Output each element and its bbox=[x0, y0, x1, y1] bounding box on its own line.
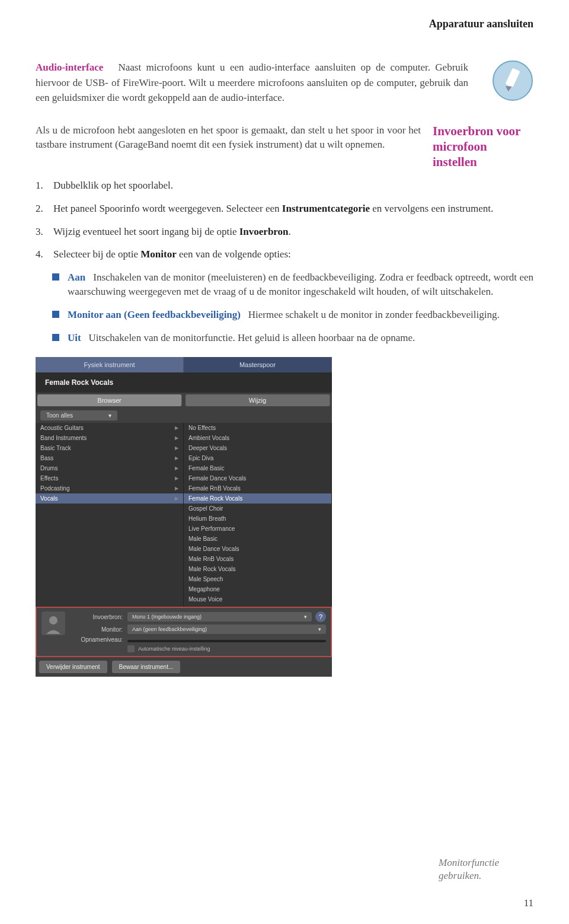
instrument-row[interactable]: Male Dance Vocals bbox=[184, 544, 331, 554]
side-heading: Invoerbron voor microfoon instellen bbox=[433, 123, 533, 170]
step-body: Dubbelklik op het spoorlabel. bbox=[53, 179, 533, 193]
save-instrument-button[interactable]: Bewaar instrument... bbox=[112, 661, 181, 673]
option-uit: Uit Uitschakelen van de monitorfunctie. … bbox=[52, 331, 533, 346]
instrument-row[interactable]: Female RnB Vocals bbox=[184, 483, 331, 493]
figure-caption: Monitorfunctie gebruiken. bbox=[439, 856, 533, 882]
instrument-column: No EffectsAmbient VocalsDeeper VocalsEpi… bbox=[184, 423, 332, 607]
step-1: 1. Dubbelklik op het spoorlabel. bbox=[36, 179, 533, 193]
page-header: Apparatuur aansluiten bbox=[36, 18, 533, 30]
auto-level-checkbox[interactable] bbox=[127, 645, 135, 652]
pencil-note-icon bbox=[492, 60, 533, 101]
instrument-row[interactable]: Helium Breath bbox=[184, 514, 331, 524]
filter-row: Toon alles ▾ bbox=[36, 408, 332, 423]
auto-level-label: Automatische niveau-instelling bbox=[138, 646, 210, 652]
instrument-row[interactable]: Male Rock Vocals bbox=[184, 564, 331, 574]
instrument-row[interactable]: Male Speech bbox=[184, 574, 331, 584]
instrument-row[interactable]: Live Performance bbox=[184, 524, 331, 534]
step-number: 1. bbox=[36, 179, 53, 193]
step-number: 4. bbox=[36, 247, 53, 262]
delete-instrument-button[interactable]: Verwijder instrument bbox=[39, 661, 107, 673]
instrument-row[interactable]: Ambient Vocals bbox=[184, 433, 331, 443]
page-number: 11 bbox=[524, 897, 533, 909]
intro-term: Audio-interface bbox=[36, 62, 103, 73]
instrument-avatar-icon bbox=[41, 611, 65, 635]
category-row[interactable]: Acoustic Guitars▶ bbox=[36, 423, 183, 433]
opnameniveau-field: Opnameniveau: bbox=[71, 636, 326, 643]
monitor-label: Monitor: bbox=[71, 626, 127, 633]
instrument-row[interactable]: Male RnB Vocals bbox=[184, 554, 331, 564]
instrument-row[interactable]: Male Basic bbox=[184, 534, 331, 544]
category-row[interactable]: Effects▶ bbox=[36, 473, 183, 483]
square-bullet-icon bbox=[52, 311, 59, 318]
auto-level-row: Automatische niveau-instelling bbox=[127, 645, 326, 652]
instrument-row[interactable]: No Effects bbox=[184, 423, 331, 433]
option-monitor-aan: Monitor aan (Geen feedbackbeveiliging) H… bbox=[52, 308, 533, 323]
instrument-row[interactable]: Female Rock Vocals bbox=[184, 493, 331, 504]
option-aan: Aan Inschakelen van de monitor (meeluist… bbox=[52, 270, 533, 299]
numbered-list: 1. Dubbelklik op het spoorlabel. 2. Het … bbox=[36, 179, 533, 262]
instrument-row[interactable]: Epic Diva bbox=[184, 453, 331, 463]
intro-text: Audio-interface Naast microfoons kunt u … bbox=[36, 60, 468, 106]
step-number: 3. bbox=[36, 225, 53, 240]
svg-point-3 bbox=[49, 616, 57, 625]
invoerbron-label: Invoerbron: bbox=[71, 614, 127, 620]
instrument-row[interactable]: Gospel Choir bbox=[184, 504, 331, 514]
instrument-title: Female Rock Vocals bbox=[36, 372, 332, 393]
tab-masterspoor[interactable]: Masterspoor bbox=[184, 357, 332, 372]
step-2: 2. Het paneel Spoorinfo wordt weergegeve… bbox=[36, 202, 533, 216]
option-body: Uit Uitschakelen van de monitorfunctie. … bbox=[68, 331, 533, 346]
sub-tabs: Browser Wijzig bbox=[36, 393, 332, 408]
square-bullet-icon bbox=[52, 273, 59, 281]
option-list: Aan Inschakelen van de monitor (meeluist… bbox=[52, 270, 533, 346]
instrument-row[interactable]: Megaphone bbox=[184, 584, 331, 594]
option-body: Aan Inschakelen van de monitor (meeluist… bbox=[68, 270, 533, 299]
category-row[interactable]: Vocals▶ bbox=[36, 493, 183, 504]
category-column: Acoustic Guitars▶Band Instruments▶Basic … bbox=[36, 423, 184, 607]
option-body: Monitor aan (Geen feedbackbeveiliging) H… bbox=[68, 308, 533, 323]
invoerbron-dropdown[interactable]: Mono 1 (Ingebouwde ingang)▾ bbox=[127, 612, 312, 622]
category-row[interactable]: Bass▶ bbox=[36, 453, 183, 463]
help-icon[interactable]: ? bbox=[315, 611, 326, 622]
invoerbron-field: Invoerbron: Mono 1 (Ingebouwde ingang)▾ … bbox=[71, 611, 326, 622]
spoorinfo-panel: Fysiek instrument Masterspoor Female Roc… bbox=[36, 357, 332, 677]
monitor-dropdown[interactable]: Aan (geen feedbackbeveiliging)▾ bbox=[127, 625, 326, 634]
chevron-down-icon: ▾ bbox=[318, 626, 321, 632]
subtab-browser[interactable]: Browser bbox=[37, 394, 182, 406]
instrument-row[interactable]: Pop Vocals bbox=[184, 604, 331, 607]
filter-dropdown[interactable]: Toon alles ▾ bbox=[40, 410, 117, 420]
chevron-down-icon: ▾ bbox=[108, 412, 111, 419]
category-row[interactable]: Basic Track▶ bbox=[36, 443, 183, 453]
bottom-buttons: Verwijder instrument Bewaar instrument..… bbox=[36, 657, 332, 677]
instrument-row[interactable]: Female Basic bbox=[184, 463, 331, 473]
opnameniveau-slider[interactable] bbox=[127, 640, 326, 642]
chevron-down-icon: ▾ bbox=[304, 614, 307, 620]
step-body: Het paneel Spoorinfo wordt weergegeven. … bbox=[53, 202, 533, 216]
step-body: Selecteer bij de optie Monitor een van d… bbox=[53, 247, 533, 262]
category-row[interactable]: Drums▶ bbox=[36, 463, 183, 473]
tab-fysiek-instrument[interactable]: Fysiek instrument bbox=[36, 357, 184, 372]
subtab-wijzig[interactable]: Wijzig bbox=[186, 394, 330, 406]
top-tabs: Fysiek instrument Masterspoor bbox=[36, 357, 332, 372]
step-body: Wijzig eventueel het soort ingang bij de… bbox=[53, 225, 533, 240]
input-settings-box: Invoerbron: Mono 1 (Ingebouwde ingang)▾ … bbox=[36, 607, 332, 657]
opnameniveau-label: Opnameniveau: bbox=[71, 636, 127, 643]
instrument-row[interactable]: Mouse Voice bbox=[184, 594, 331, 604]
instrument-row[interactable]: Deeper Vocals bbox=[184, 443, 331, 453]
browser-columns: Acoustic Guitars▶Band Instruments▶Basic … bbox=[36, 423, 332, 607]
section-para: Als u de microfoon hebt aangesloten en h… bbox=[36, 123, 421, 170]
monitor-field: Monitor: Aan (geen feedbackbeveiliging)▾ bbox=[71, 625, 326, 634]
step-3: 3. Wijzig eventueel het soort ingang bij… bbox=[36, 225, 533, 240]
square-bullet-icon bbox=[52, 334, 59, 341]
intro-block: Audio-interface Naast microfoons kunt u … bbox=[36, 60, 533, 106]
instrument-row[interactable]: Female Dance Vocals bbox=[184, 473, 331, 483]
category-row[interactable]: Band Instruments▶ bbox=[36, 433, 183, 443]
step-number: 2. bbox=[36, 202, 53, 216]
step-4: 4. Selecteer bij de optie Monitor een va… bbox=[36, 247, 533, 262]
section-row: Als u de microfoon hebt aangesloten en h… bbox=[36, 123, 533, 170]
category-row[interactable]: Podcasting▶ bbox=[36, 483, 183, 493]
